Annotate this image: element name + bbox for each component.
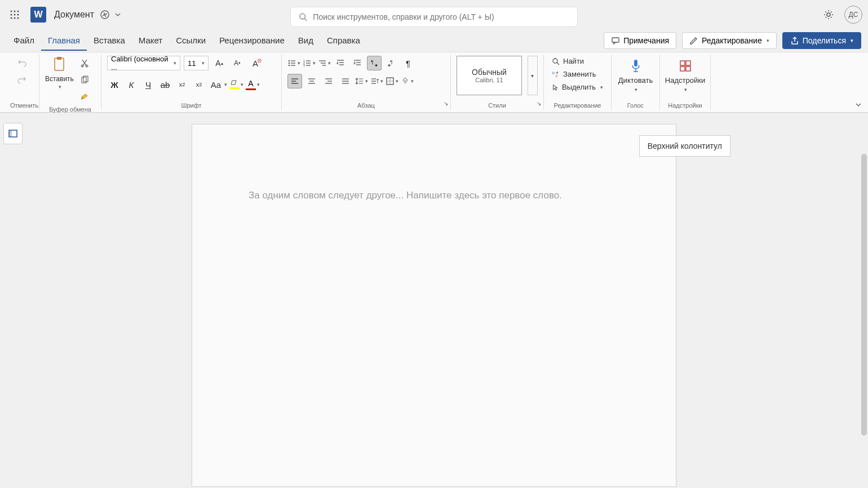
- align-left-button[interactable]: [287, 74, 302, 88]
- comments-label: Примечания: [623, 36, 669, 45]
- styles-gallery-expand[interactable]: ▾: [528, 56, 538, 95]
- paragraph-dialog-launcher[interactable]: ↘: [444, 100, 448, 107]
- user-avatar[interactable]: ДС: [844, 6, 862, 24]
- navigation-pane-button[interactable]: [3, 123, 23, 144]
- scrollbar-thumb[interactable]: [861, 154, 867, 436]
- microphone-icon: [628, 58, 644, 74]
- borders-button[interactable]: ▾: [386, 77, 398, 86]
- replace-button[interactable]: bcЗаменить: [550, 69, 605, 79]
- tab-review[interactable]: Рецензирование: [212, 31, 291, 51]
- find-button[interactable]: Найти: [550, 56, 605, 66]
- svg-point-12: [827, 13, 830, 16]
- change-case-button[interactable]: Aa▾: [209, 77, 227, 92]
- svg-point-8: [17, 17, 19, 19]
- svg-text:b: b: [552, 71, 555, 75]
- style-normal[interactable]: Обычный Calibri, 11: [457, 56, 522, 95]
- format-painter-button[interactable]: [77, 90, 92, 104]
- addins-label: Надстройки: [665, 76, 705, 85]
- paragraph-spacing-button[interactable]: ▾: [370, 77, 383, 86]
- svg-line-11: [304, 19, 307, 21]
- paste-label: Вставить: [45, 75, 74, 83]
- increase-indent-button[interactable]: [350, 56, 365, 70]
- svg-rect-69: [680, 61, 685, 65]
- increase-font-button[interactable]: A▴: [212, 56, 227, 70]
- multilevel-list-button[interactable]: ▾: [318, 59, 331, 68]
- addins-button[interactable]: Надстройки ▾: [661, 56, 710, 95]
- group-label-voice: Голос: [617, 100, 654, 109]
- document-canvas[interactable]: За одним словом следует другое... Напиши…: [0, 113, 868, 487]
- header-callout[interactable]: Верхний колонтитул: [639, 135, 730, 157]
- tab-references[interactable]: Ссылки: [169, 31, 212, 51]
- ribbon-collapse-button[interactable]: [854, 101, 862, 109]
- font-color-button[interactable]: A▾: [246, 79, 260, 90]
- decrease-font-button[interactable]: A▾: [230, 56, 245, 70]
- strikethrough-button[interactable]: ab: [158, 77, 172, 92]
- search-box[interactable]: [290, 7, 578, 27]
- cut-button[interactable]: [77, 56, 92, 70]
- svg-point-22: [289, 63, 290, 64]
- svg-rect-15: [57, 57, 61, 60]
- document-menu-chevron[interactable]: [114, 11, 121, 18]
- share-label: Поделиться: [803, 36, 846, 45]
- font-name-value: Calibri (основной ...: [111, 55, 172, 72]
- clear-format-button[interactable]: A⊘: [248, 56, 263, 70]
- decrease-indent-button[interactable]: [333, 56, 348, 70]
- share-button[interactable]: Поделиться ▾: [782, 32, 861, 49]
- redo-button[interactable]: [15, 73, 29, 87]
- ltr-direction-button[interactable]: ¶: [367, 56, 382, 70]
- editing-label: Редактирование: [702, 36, 762, 45]
- svg-text:3: 3: [303, 64, 305, 67]
- search-icon: [552, 57, 560, 65]
- paste-button[interactable]: Вставить ▾: [45, 56, 74, 90]
- editing-mode-button[interactable]: Редактирование ▾: [682, 32, 777, 49]
- style-name: Обычный: [472, 68, 507, 77]
- align-center-button[interactable]: [304, 74, 319, 88]
- vertical-scrollbar[interactable]: [860, 114, 868, 488]
- tab-help[interactable]: Справка: [320, 31, 367, 51]
- group-label-undo: Отменить: [10, 100, 33, 109]
- tab-insert[interactable]: Вставка: [87, 31, 132, 51]
- app-launcher-button[interactable]: [6, 6, 24, 24]
- svg-text:¶: ¶: [371, 59, 374, 65]
- align-right-button[interactable]: [321, 74, 336, 88]
- search-input[interactable]: [313, 12, 569, 21]
- svg-rect-70: [686, 61, 690, 65]
- superscript-button[interactable]: x2: [192, 77, 206, 92]
- italic-button[interactable]: К: [124, 77, 139, 92]
- underline-button[interactable]: Ч: [141, 77, 156, 92]
- justify-button[interactable]: [338, 74, 353, 88]
- pencil-icon: [689, 36, 698, 45]
- tab-view[interactable]: Вид: [291, 31, 320, 51]
- undo-button[interactable]: [15, 56, 29, 70]
- subscript-button[interactable]: x2: [175, 77, 189, 92]
- dictate-button[interactable]: Диктовать ▾: [614, 56, 657, 95]
- tab-home[interactable]: Главная: [41, 31, 87, 51]
- copy-button[interactable]: [77, 73, 92, 87]
- svg-rect-72: [686, 66, 690, 71]
- rtl-direction-button[interactable]: ¶: [384, 56, 398, 70]
- document-name[interactable]: Документ: [54, 10, 94, 20]
- svg-point-6: [11, 17, 12, 19]
- highlight-button[interactable]: ▾: [229, 80, 243, 89]
- comments-button[interactable]: Примечания: [604, 32, 676, 49]
- bold-button[interactable]: Ж: [107, 77, 122, 92]
- font-name-select[interactable]: Calibri (основной ...▾: [107, 56, 180, 70]
- select-button[interactable]: Выделить▾: [550, 82, 605, 92]
- numbering-button[interactable]: 123▾: [303, 59, 316, 68]
- bullets-button[interactable]: ▾: [287, 59, 300, 68]
- font-size-select[interactable]: 11▾: [184, 56, 209, 70]
- shading-button[interactable]: ▾: [401, 77, 414, 86]
- addins-icon: [677, 58, 693, 74]
- styles-dialog-launcher[interactable]: ↘: [537, 100, 541, 107]
- line-spacing-button[interactable]: ▾: [355, 77, 368, 86]
- group-label-clipboard: Буфер обмена: [45, 104, 95, 113]
- group-label-editing: Редактирование: [550, 100, 605, 109]
- settings-icon[interactable]: [823, 9, 834, 20]
- tab-layout[interactable]: Макет: [132, 31, 169, 51]
- svg-point-20: [289, 60, 290, 62]
- tab-file[interactable]: Файл: [7, 31, 41, 51]
- font-size-value: 11: [188, 59, 196, 68]
- show-marks-button[interactable]: ¶: [401, 56, 415, 70]
- page[interactable]: За одним словом следует другое... Напиши…: [192, 124, 676, 487]
- svg-point-3: [11, 14, 12, 16]
